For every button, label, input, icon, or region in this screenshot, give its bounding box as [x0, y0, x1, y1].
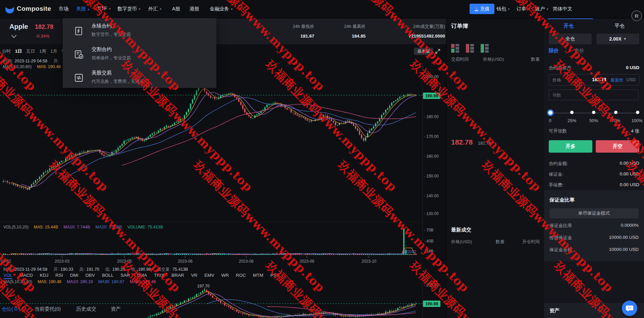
tick-mark: -: [424, 134, 425, 139]
chevron-down-icon: ▼: [230, 8, 233, 11]
indicator-tabs: VOLMACDKDJRSIDMIOBVBOLLSARDMATRIXBRARVRE…: [3, 273, 279, 279]
nav-item-5[interactable]: 外汇▼: [148, 6, 162, 12]
margin-mode-select[interactable]: 全仓: [549, 34, 592, 44]
nav-item-6[interactable]: A股: [172, 6, 180, 12]
available-value: 4 张: [631, 128, 639, 134]
indicator-tab-emv[interactable]: EMV: [204, 273, 214, 279]
nav-item-1[interactable]: 市场: [59, 6, 68, 12]
nav-item-label: 账户: [535, 6, 545, 11]
volume-axis-label: -40B: [424, 239, 433, 244]
column-header: 价格(USD): [451, 239, 472, 245]
latest-price-link[interactable]: 最新价: [610, 77, 624, 83]
menu-item-3[interactable]: 美股交易代币兑换，零费用，无滑点: [63, 67, 216, 89]
indicator-tab-trix[interactable]: TRIX: [154, 273, 164, 279]
registered-badge-icon[interactable]: R: [631, 10, 642, 21]
bottom-tab-4[interactable]: 资产: [111, 306, 121, 312]
chevron-down-icon: ▼: [138, 8, 141, 11]
depth-view-sell-icon[interactable]: [466, 44, 475, 53]
brand-logo-icon: [5, 5, 14, 13]
open-long-button[interactable]: 开多: [549, 140, 592, 153]
slider-handle-2[interactable]: [592, 111, 595, 114]
indicator-tab-roc[interactable]: ROC: [236, 273, 246, 279]
indicator-tab-dma[interactable]: DMA: [137, 273, 147, 279]
indicator-tab-sar[interactable]: SAR: [121, 273, 130, 279]
ohlc-info-line: 时间:2023-11-29 04:58开:190.33高:191.70低:190…: [3, 267, 188, 272]
ohlc-pair: 低:190.25: [105, 267, 125, 272]
nav-item-2[interactable]: 美股▲: [76, 6, 90, 12]
menu-item-title: 永续合约: [92, 23, 112, 29]
indicator-tab-dmi[interactable]: DMI: [70, 273, 78, 279]
ticker-price: 182.78: [35, 23, 53, 31]
indicator-tab-psy[interactable]: PSY: [270, 273, 279, 279]
bottom-tab-2[interactable]: 当前委托(0): [35, 306, 61, 312]
fee-row-1: 合约金额:0.00 USD: [549, 161, 639, 167]
nav-item-8[interactable]: 金融业务▼: [210, 6, 233, 12]
nav-right-item-4[interactable]: 简体中文: [553, 6, 572, 12]
slider-label-50%: 50%: [589, 118, 598, 123]
ma-value: VOL(5,10,20): [3, 225, 29, 229]
quantity-input[interactable]: [549, 90, 639, 100]
candlestick-series: [3, 86, 417, 191]
volume-values-line: VOL(5,10,20)MA5: 15.44BMA10: 7.744BMA20:…: [3, 225, 163, 229]
nav-item-3[interactable]: ETF▼: [98, 6, 111, 11]
menu-item-1[interactable]: 永续合约数字货币，专业交易: [63, 20, 216, 42]
nav-right-item-1[interactable]: 钱包▼: [496, 6, 510, 12]
ohlc-pair: 成交量:75.413B: [157, 267, 188, 272]
slider-handle-0[interactable]: [547, 109, 554, 116]
indicator-tab-wr[interactable]: WR: [221, 273, 229, 279]
bottom-tab-1[interactable]: 仓位( 0 ): [1, 306, 20, 312]
indicator-tab-brar[interactable]: BRAR: [171, 273, 184, 279]
nav-item-7[interactable]: 港股: [190, 6, 199, 12]
order-type-market[interactable]: 市价: [574, 48, 584, 54]
chat-widget-button[interactable]: [622, 301, 637, 316]
trade-panel: 开仓 平仓 全仓 2.00X ▼ 限价 市价 合约总资产 0 USD 价格 18…: [544, 18, 644, 318]
margin-row-label: 维持保证金: [549, 235, 572, 241]
volume-axis-label: -70B: [424, 228, 433, 232]
tab-close-position[interactable]: 平仓: [595, 23, 644, 29]
deposit-button[interactable]: ↓ 充值: [470, 4, 494, 14]
indicator-tab-vol[interactable]: VOL: [3, 273, 12, 279]
open-short-button[interactable]: 开空: [596, 140, 639, 153]
slider-handle-1[interactable]: [570, 111, 574, 114]
single-margin-mode-button[interactable]: 单币保证金模式: [549, 208, 639, 218]
ma-value: MA(5,10,30,60): [3, 279, 32, 284]
x-axis-label: 2023-06: [178, 259, 193, 264]
indicator-tab-obv[interactable]: OBV: [86, 273, 95, 279]
indicator-tab-macd[interactable]: MACD: [19, 273, 33, 279]
nav-right-item-2[interactable]: 订单▼: [517, 6, 530, 12]
slider-handle-4[interactable]: [636, 111, 639, 114]
price-axis-value: 150.00: [426, 174, 439, 178]
slider-handle-3[interactable]: [614, 111, 618, 114]
depth-view-both-icon[interactable]: [451, 44, 460, 53]
tick-mark: -: [424, 194, 425, 198]
indicator-tab-vr[interactable]: VR: [191, 273, 198, 279]
leverage-label: 2.00X: [609, 36, 622, 42]
menu-item-subtitle: 数字货币，专业交易: [92, 32, 131, 38]
nav-right-item-3[interactable]: 账户▼: [535, 6, 549, 12]
nav-item-label: 市场: [59, 6, 68, 11]
menu-item-2[interactable]: 交割合约简单操作，专业交易: [63, 44, 216, 65]
fee-row-label: 合约金额:: [549, 161, 568, 167]
ticker-symbol[interactable]: Apple: [9, 23, 28, 31]
available-label: 可开张数: [549, 128, 567, 134]
depth-view-buy-icon[interactable]: [481, 44, 489, 53]
nav-item-label: 美股: [76, 6, 86, 11]
order-type-limit[interactable]: 限价: [549, 48, 559, 54]
price-axis-value: 170.00: [426, 134, 439, 139]
price-field[interactable]: 价格 182.78 最新价 USD: [549, 74, 639, 86]
indicator-tab-mtm[interactable]: MTM: [253, 273, 263, 279]
indicator-tab-rsi[interactable]: RSI: [55, 273, 63, 279]
indicator-tab-boll[interactable]: BOLL: [102, 273, 114, 279]
indicator-tab-kdj[interactable]: KDJ: [40, 273, 49, 279]
delivery-contract-icon: [74, 50, 84, 59]
tick-mark: -: [424, 74, 425, 79]
leverage-select[interactable]: 2.00X ▼: [596, 34, 639, 44]
chevron-down-icon[interactable]: [11, 33, 17, 38]
margin-row-3: 保证金余额10000.00 USD: [549, 247, 639, 253]
tab-open-position[interactable]: 开仓: [544, 23, 593, 29]
total-assets-value: 0 USD: [626, 65, 639, 70]
bottom-tab-3[interactable]: 历史成交: [76, 306, 96, 312]
price-axis-value: 130.00: [426, 211, 439, 216]
margin-ratio-card: 保证金比率 单币保证金模式 保证金比率0.0000%维持保证金10000.00 …: [544, 190, 644, 261]
nav-item-4[interactable]: 数字货币▼: [117, 6, 141, 12]
